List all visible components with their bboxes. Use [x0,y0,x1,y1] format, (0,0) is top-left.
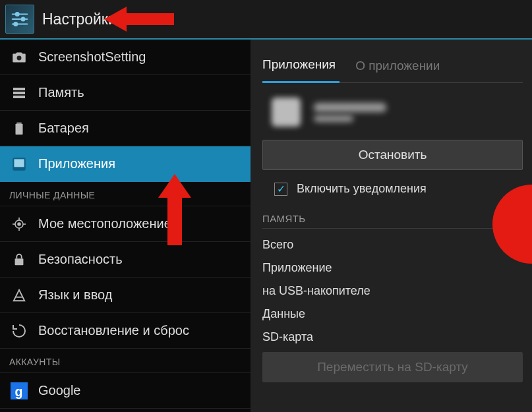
location-icon [9,214,29,234]
sidebar-item-label: ScreenshotSetting [38,49,146,65]
lock-icon [9,250,29,270]
sidebar: ScreenshotSetting Память Батарея Приложе… [0,40,251,412]
sidebar-item-security[interactable]: Безопасность [0,242,251,278]
svg-point-6 [17,55,22,60]
sidebar-item-label: Память [38,85,84,100]
sidebar-section-accounts: АККАУНТЫ [0,349,251,373]
row-data: Данные [262,303,523,326]
checkbox-icon: ✓ [274,183,287,196]
sidebar-item-label: Батарея [38,121,89,136]
notifications-row[interactable]: ✓ Включить уведомления [262,179,523,208]
sidebar-item-battery[interactable]: Батарея [0,111,251,146]
sidebar-item-label: Язык и ввод [38,287,112,303]
row-sd: SD-карта [262,326,523,349]
svg-point-3 [16,13,19,16]
keyboard-icon [9,285,29,305]
sidebar-item-backup[interactable]: Восстановление и сброс [0,313,251,349]
sidebar-item-google[interactable]: g Google [0,373,251,409]
svg-text:g: g [15,384,23,398]
sidebar-item-screenshot[interactable]: ScreenshotSetting [0,40,251,75]
tab-about[interactable]: О приложении [355,52,444,82]
camera-icon [9,47,29,67]
battery-icon [9,119,29,138]
google-icon: g [9,381,29,401]
sidebar-item-apps[interactable]: Приложения [0,146,251,182]
svg-rect-10 [16,122,21,123]
app-header [262,83,523,137]
sidebar-item-label: Восстановление и сброс [38,323,189,338]
tabs: Приложения О приложении [262,46,523,83]
tab-apps[interactable]: Приложения [262,51,340,83]
svg-rect-8 [13,92,25,94]
header: Настройки [0,0,532,40]
storage-icon [9,83,29,103]
svg-point-15 [18,223,20,225]
app-name-blurred [314,100,386,125]
notifications-label: Включить уведомления [297,182,427,196]
svg-point-5 [14,22,17,26]
settings-icon [5,5,34,34]
svg-rect-7 [13,88,25,90]
sidebar-item-label: Безопасность [38,252,123,267]
sidebar-item-language[interactable]: Язык и ввод [0,278,251,313]
page-title: Настройки [42,11,117,28]
section-memory: ПАМЯТЬ [262,208,523,229]
sidebar-item-storage[interactable]: Память [0,75,251,111]
stop-button[interactable]: Остановить [262,140,523,170]
svg-rect-11 [16,123,23,134]
sidebar-item-label: Мое местоположение [38,216,171,231]
row-usb: на USB-накопителе [262,280,523,303]
sidebar-item-label: Google [38,383,81,398]
svg-rect-13 [14,159,24,167]
row-app: Приложение [262,257,523,280]
sidebar-section-personal: ЛИЧНЫЕ ДАННЫЕ [0,182,251,206]
move-sd-button[interactable]: Переместить на SD-карту [262,352,523,382]
svg-rect-20 [15,258,24,265]
app-icon [272,98,301,127]
detail-pane: Приложения О приложении Остановить ✓ Вкл… [251,40,532,412]
sidebar-item-location[interactable]: Мое местоположение [0,206,251,242]
svg-rect-9 [13,96,25,98]
backup-icon [9,321,29,341]
apps-icon [9,154,29,174]
row-total: Всего [262,234,523,257]
svg-point-4 [22,18,25,21]
sidebar-item-label: Приложения [38,156,115,171]
